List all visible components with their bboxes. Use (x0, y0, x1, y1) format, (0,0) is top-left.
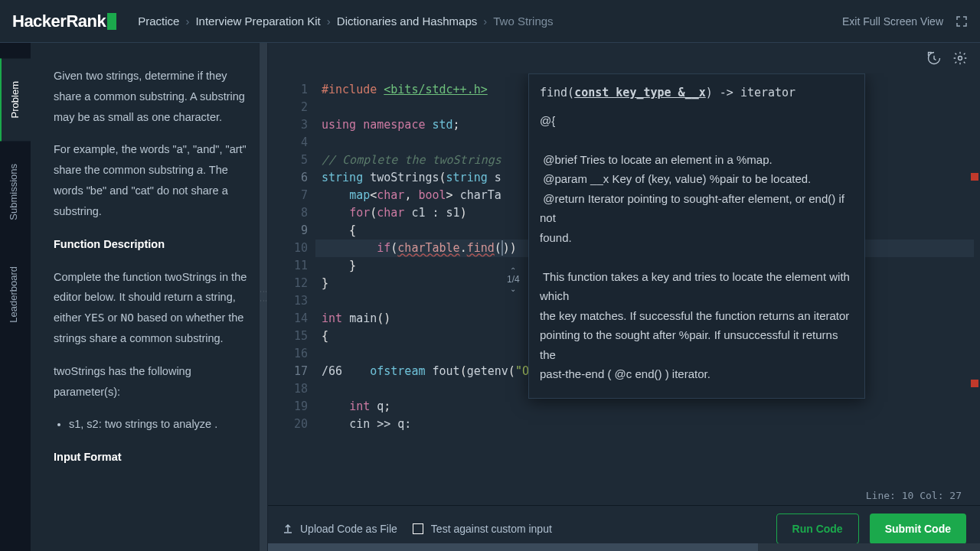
checkbox-icon[interactable] (413, 523, 423, 534)
panel-splitter[interactable]: ⋮⋮ (259, 43, 268, 551)
chevron-right-icon: › (327, 15, 331, 28)
line-gutter: 1234567891011121314151617181920 (268, 73, 322, 505)
exit-fullscreen-icon[interactable] (956, 15, 968, 28)
run-code-button[interactable]: Run Code (776, 514, 859, 544)
signature-pager[interactable]: ⌃1/4⌄ (507, 266, 520, 293)
heading-function-desc: Function Description (54, 238, 165, 250)
upload-code-link[interactable]: Upload Code as File (282, 523, 397, 535)
history-icon[interactable] (926, 51, 942, 66)
error-marker-icon[interactable] (971, 380, 978, 387)
side-tabs: Problem Submissions Leaderboard (0, 43, 31, 551)
chevron-right-icon: › (185, 15, 189, 28)
upload-icon (282, 523, 294, 535)
svg-point-0 (959, 57, 962, 60)
gear-icon[interactable] (952, 51, 968, 66)
tab-leaderboard[interactable]: Leaderboard (0, 243, 31, 346)
editor-area: C++14 1234567891011121314151617181920 #i… (268, 43, 980, 551)
exit-fullscreen-link[interactable]: Exit Full Screen View (842, 15, 943, 28)
breadcrumb-current: Two Strings (493, 15, 553, 28)
tab-problem[interactable]: Problem (0, 58, 31, 141)
breadcrumb-kit[interactable]: Interview Preparation Kit (195, 15, 320, 28)
chevron-right-icon: › (483, 15, 487, 28)
logo-mark-icon (107, 13, 116, 30)
breadcrumb: Practice › Interview Preparation Kit › D… (138, 15, 553, 28)
code-editor[interactable]: 1234567891011121314151617181920 #include… (268, 73, 980, 505)
test-custom-input-checkbox[interactable]: Test against custom input (413, 523, 552, 535)
intellisense-tooltip: find(const key_type &__x) -> iterator @{… (528, 73, 865, 399)
problem-params-intro: twoStrings has the following parameter(s… (54, 361, 250, 403)
problem-intro: Given two strings, determine if they sha… (54, 66, 250, 127)
editor-toolbar: C++14 (268, 43, 980, 73)
logo[interactable]: HackerRank (12, 11, 116, 31)
horizontal-scrollbar[interactable] (268, 543, 980, 551)
problem-panel: Given two strings, determine if they sha… (31, 43, 268, 551)
breadcrumb-category[interactable]: Dictionaries and Hashmaps (337, 15, 477, 28)
breadcrumb-practice[interactable]: Practice (138, 15, 179, 28)
error-marker-icon[interactable] (971, 173, 978, 181)
problem-example: For example, the words "a", "and", "art"… (54, 139, 250, 221)
header: HackerRank Practice › Interview Preparat… (0, 0, 980, 43)
submit-code-button[interactable]: Submit Code (870, 514, 966, 544)
problem-func-desc: Complete the function twoStrings in the … (54, 267, 250, 349)
problem-param-1: s1, s2: two strings to analyze . (69, 414, 250, 435)
heading-input-format: Input Format (54, 451, 122, 463)
cursor-status: Line: 10 Col: 27 (860, 487, 968, 505)
minimap-markers (971, 173, 980, 505)
tab-submissions[interactable]: Submissions (0, 141, 31, 243)
